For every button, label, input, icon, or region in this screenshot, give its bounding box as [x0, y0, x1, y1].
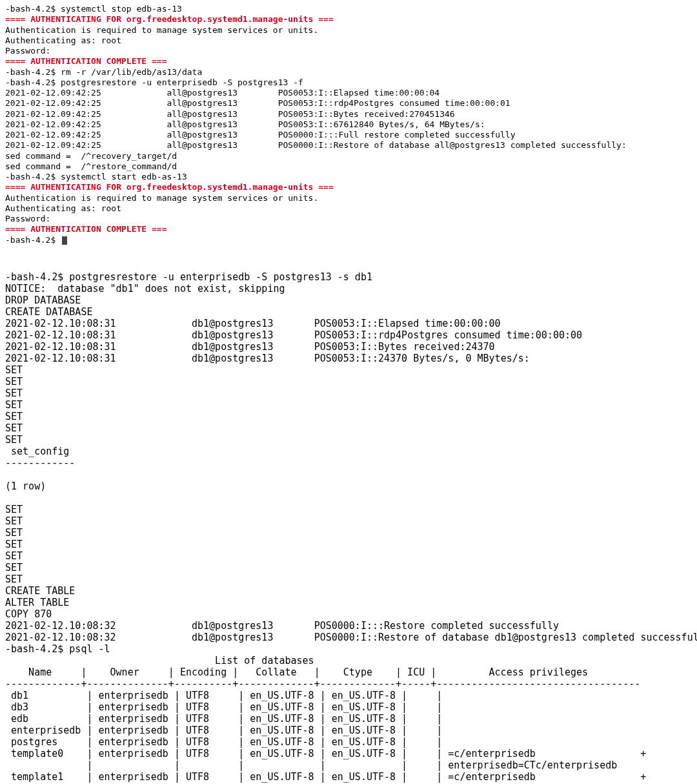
db-list-title: List of databases — [5, 655, 314, 666]
cmd-start-line: -bash-4.2$ systemctl start edb-as-13 — [5, 172, 187, 181]
cmd-psql: -bash-4.2$ psql -l — [5, 643, 110, 655]
set: SET — [5, 387, 23, 399]
terminal-block-2: -bash-4.2$ postgresrestore -u enterprise… — [0, 271, 697, 643]
cursor-icon — [62, 236, 67, 245]
create-db: CREATE DATABASE — [5, 306, 92, 318]
set: SET — [5, 364, 23, 376]
set: SET — [5, 434, 23, 446]
copy: COPY 870 — [5, 608, 52, 620]
terminal-block-3: -bash-4.2$ psql -l List of databases Nam… — [0, 643, 697, 784]
db-row: edb | enterprisedb | UTF8 | en_US.UTF-8 … — [5, 713, 448, 725]
password: Password: — [5, 46, 50, 56]
db-row: db1 | enterprisedb | UTF8 | en_US.UTF-8 … — [5, 690, 448, 701]
log-end-line: 2021-02-12.10:08:32 db1@postgres13 POS00… — [5, 632, 697, 643]
set: SET — [5, 411, 23, 422]
auth-msg-2: Authentication is required to manage sys… — [5, 193, 318, 203]
prompt: -bash-4.2$ systemctl stop edb-as-13 — [5, 4, 182, 14]
log-line: 2021-02-12.09:42:25 all@postgres13 POS00… — [5, 140, 627, 150]
auth-for-2: ==== AUTHENTICATING FOR org.freedesktop.… — [5, 182, 334, 192]
sed1: sed command = /^recovery_target/d — [5, 151, 177, 161]
log-end-line: 2021-02-12.10:08:32 db1@postgres13 POS00… — [5, 620, 559, 632]
set: SET — [5, 422, 23, 434]
auth-done: ==== AUTHENTICATION COMPLETE === — [5, 56, 167, 66]
set: SET — [5, 562, 23, 573]
set: SET — [5, 376, 23, 387]
db-row: | | | | | | enterprisedb=CTc/enterprised… — [5, 759, 617, 771]
set: SET — [5, 527, 23, 539]
set: SET — [5, 539, 23, 550]
auth-for: ==== AUTHENTICATING FOR org.freedesktop.… — [5, 14, 334, 24]
cmd-stop: systemctl stop edb-as-13 — [61, 4, 182, 14]
log-line: 2021-02-12.09:42:25 all@postgres13 POS00… — [5, 98, 510, 108]
log-line: 2021-02-12.09:42:25 all@postgres13 POS00… — [5, 119, 485, 129]
log-line: 2021-02-12.10:08:31 db1@postgres13 POS00… — [5, 353, 530, 364]
db-row: template1 | enterprisedb | UTF8 | en_US.… — [5, 771, 646, 783]
log-line: 2021-02-12.09:42:25 all@postgres13 POS00… — [5, 88, 439, 98]
create-table: CREATE TABLE — [5, 585, 75, 597]
set: SET — [5, 515, 23, 527]
set: SET — [5, 399, 23, 411]
db-list-header: Name | Owner | Encoding | Collate | Ctyp… — [5, 666, 640, 678]
log-line: 2021-02-12.09:42:25 all@postgres13 POS00… — [5, 109, 455, 119]
cmd-rm-line: -bash-4.2$ rm -r /var/lib/edb/as13/data — [5, 67, 202, 77]
db-row: enterprisedb | enterprisedb | UTF8 | en_… — [5, 725, 448, 736]
alter-table: ALTER TABLE — [5, 597, 69, 608]
auth-as-2: Authenticating as: root — [5, 203, 121, 213]
log-line: 2021-02-12.10:08:31 db1@postgres13 POS00… — [5, 329, 582, 341]
notice: NOTICE: database "db1" does not exist, s… — [5, 283, 285, 294]
set: SET — [5, 550, 23, 562]
prompt-idle[interactable]: -bash-4.2$ — [5, 235, 67, 245]
db-row: template0 | enterprisedb | UTF8 | en_US.… — [5, 748, 646, 759]
sed2: sed command = /^restore_command/d — [5, 161, 177, 171]
dashes: ------------ — [5, 457, 75, 469]
cmd-restore-line: -bash-4.2$ postgresrestore -u enterprise… — [5, 77, 303, 87]
set: SET — [5, 504, 23, 515]
db-row: db3 | enterprisedb | UTF8 | en_US.UTF-8 … — [5, 701, 448, 713]
log-line: 2021-02-12.09:42:25 all@postgres13 POS00… — [5, 130, 516, 139]
row-count: (1 row) — [5, 480, 46, 492]
log-line: 2021-02-12.10:08:31 db1@postgres13 POS00… — [5, 341, 495, 353]
auth-done-2: ==== AUTHENTICATION COMPLETE === — [5, 224, 167, 234]
auth-as: Authenticating as: root — [5, 36, 121, 45]
terminal-block-1: -bash-4.2$ systemctl stop edb-as-13 ====… — [0, 0, 697, 271]
auth-msg: Authentication is required to manage sys… — [5, 25, 318, 35]
db-list-rule: -------------+--------------+----------+… — [5, 678, 640, 690]
db-row: postgres | enterprisedb | UTF8 | en_US.U… — [5, 736, 448, 748]
set-config: set_config — [5, 446, 69, 457]
cmd-restore-db1: -bash-4.2$ postgresrestore -u enterprise… — [5, 271, 372, 283]
password-2: Password: — [5, 214, 50, 223]
drop-db: DROP DATABASE — [5, 294, 81, 306]
set: SET — [5, 573, 23, 585]
log-line: 2021-02-12.10:08:31 db1@postgres13 POS00… — [5, 318, 501, 329]
